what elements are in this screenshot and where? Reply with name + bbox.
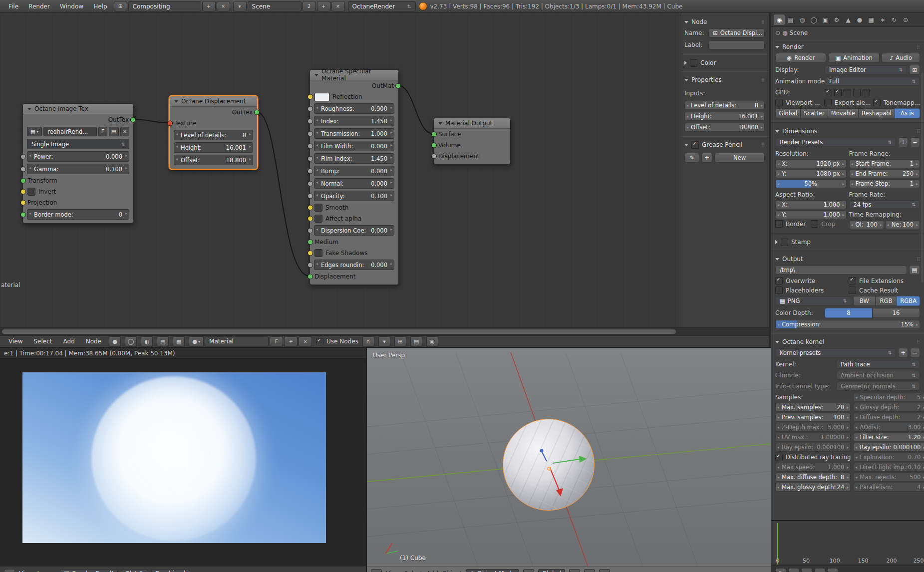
height-slider[interactable]: Height:16.001: [174, 142, 253, 153]
outtex-socket[interactable]: [130, 117, 136, 123]
screen-layout-browse-icon[interactable]: ⊞: [114, 1, 127, 11]
time-remap-new-slider[interactable]: Ne:100: [885, 220, 920, 229]
gpu-2-checkbox[interactable]: [834, 89, 842, 96]
node-header[interactable]: Octane Image Tex: [23, 104, 133, 114]
reflection-color-swatch[interactable]: [314, 93, 329, 101]
material-browse-icon[interactable]: ●▾: [189, 336, 204, 347]
reflection-socket[interactable]: [308, 94, 313, 100]
properties-scrollbar[interactable]: [921, 73, 924, 283]
scrollbar-thumb[interactable]: [2, 329, 676, 334]
collapse-triangle-icon[interactable]: [438, 122, 442, 125]
menu-view[interactable]: View: [5, 338, 26, 345]
mode-scatter-button[interactable]: Scatter: [800, 108, 828, 118]
surface-socket[interactable]: [431, 132, 437, 137]
medium-socket[interactable]: [308, 240, 313, 245]
backdrop-icon[interactable]: ◉: [426, 336, 438, 347]
node-octane-image-tex[interactable]: Octane Image Tex OutTex ▦▾ redhairRend..…: [22, 103, 134, 224]
fake-shadows-checkbox[interactable]: [314, 249, 322, 257]
render-panel-header[interactable]: Render ⠿: [771, 42, 924, 52]
film-width-socket[interactable]: [308, 143, 313, 149]
resolution-y-slider[interactable]: Y:1080 px: [775, 169, 847, 178]
node-name-field[interactable]: ⊞ Octane Displ...: [708, 28, 765, 37]
node-panel-header[interactable]: Node ⠿: [684, 17, 765, 27]
shader-type-world-icon[interactable]: ◯: [125, 336, 137, 347]
menu-help[interactable]: Help: [90, 3, 110, 10]
output-panel-header[interactable]: Output ⠿: [771, 254, 924, 264]
tab-texture-icon[interactable]: ▦: [866, 14, 877, 25]
offset-slider[interactable]: Offset:18.800: [174, 155, 253, 165]
start-frame-slider[interactable]: Start Frame:1: [849, 159, 921, 168]
stamp-panel-header[interactable]: Stamp: [771, 237, 924, 247]
tab-constraints-icon[interactable]: ⚙: [831, 14, 842, 25]
panel-drag-dots-icon[interactable]: ⠿: [761, 142, 765, 148]
kernel-menu[interactable]: Path trace⇅: [836, 360, 920, 369]
tab-render-layers-icon[interactable]: ▤: [785, 14, 796, 25]
fake-user-button[interactable]: F: [98, 127, 107, 136]
unlink-image-icon[interactable]: ×: [120, 127, 129, 136]
dispersion-slider[interactable]: Dispersion Coe:0.000: [314, 225, 394, 236]
jump-end-icon[interactable]: •: [827, 568, 838, 572]
viewport-3d[interactable]: User Persp (1) Cube ⊞ View Select Add Ob…: [366, 347, 771, 572]
file-extensions-checkbox-row[interactable]: File Extensions: [849, 277, 920, 285]
frame-step-slider[interactable]: Frame Step:1: [849, 179, 921, 188]
texture-type-icon[interactable]: ▦: [173, 336, 185, 347]
file-format-menu[interactable]: ▦PNG⇅: [775, 296, 851, 305]
scene-close-icon[interactable]: ×: [331, 1, 345, 11]
jump-start-icon[interactable]: •: [801, 568, 812, 572]
border-mode-socket[interactable]: [20, 212, 26, 217]
editor-type-icon[interactable]: ↻: [775, 568, 786, 572]
viewport-checkbox-row[interactable]: Viewport ...: [775, 99, 822, 106]
panel-drag-dots-icon[interactable]: ⠿: [917, 129, 920, 134]
pin-icon[interactable]: ⊙: [775, 29, 780, 36]
gamma-slider[interactable]: Gamma:0.100: [27, 164, 129, 174]
dispersion-socket[interactable]: [308, 228, 313, 233]
glossy-depth-slider[interactable]: Glossy depth:2: [853, 403, 924, 412]
outtex-socket[interactable]: [254, 110, 260, 115]
max-speed-slider[interactable]: Max speed:1.000: [775, 463, 851, 472]
menu-object[interactable]: Object: [442, 570, 462, 572]
menu-file[interactable]: File: [5, 3, 22, 10]
cache-result-checkbox-row[interactable]: Cache Result: [849, 286, 920, 294]
render-layers-icon[interactable]: ▤: [410, 336, 422, 347]
image-source-menu[interactable]: Single Image: [27, 139, 129, 149]
panel-drag-dots-icon[interactable]: ⠿: [761, 19, 765, 25]
volume-socket[interactable]: [431, 143, 437, 148]
tab-object-icon[interactable]: ▣: [820, 14, 831, 25]
frame-rate-menu[interactable]: 24 fps⇅: [849, 200, 921, 209]
node-editor[interactable]: Octane Image Tex OutTex ▦▾ redhairRend..…: [0, 13, 769, 327]
mode-as-is-button[interactable]: As is: [895, 108, 920, 118]
screen-layout-add-icon[interactable]: +: [202, 1, 216, 11]
glmode-menu[interactable]: Ambient occlusion⇅: [836, 371, 920, 380]
crop-checkbox-row[interactable]: Crop: [811, 220, 835, 228]
placeholders-checkbox-row[interactable]: Placeholders: [775, 286, 847, 294]
film-width-slider[interactable]: Film Width:0.000: [314, 141, 394, 151]
audio-button[interactable]: ♪Audio: [882, 53, 920, 63]
kernel-preset-add-icon[interactable]: +: [898, 348, 908, 358]
editor-type-icon[interactable]: ⊞: [371, 569, 382, 572]
panel-drag-dots-icon[interactable]: ⠿: [917, 339, 920, 345]
tab-material-icon[interactable]: ●: [854, 14, 865, 25]
channels-rgb-button[interactable]: RGB: [875, 296, 898, 306]
stamp-checkbox[interactable]: [781, 239, 788, 246]
properties-panel-header[interactable]: Properties ⠿: [684, 75, 765, 85]
menu-select[interactable]: Select: [30, 338, 55, 345]
fake-shadows-socket[interactable]: [308, 251, 313, 256]
screen-layout-close-icon[interactable]: ×: [217, 1, 230, 11]
kernel-presets-menu[interactable]: Kernel presets⇅: [775, 348, 896, 357]
menu-view[interactable]: View: [386, 570, 400, 572]
invert-socket[interactable]: [20, 189, 26, 195]
projection-socket[interactable]: [20, 200, 26, 206]
output-path-browse-icon[interactable]: ▤: [909, 265, 920, 275]
mode-menu[interactable]: ●Object Mode: [466, 569, 519, 572]
parallelism-slider[interactable]: Parallelism:4: [853, 483, 924, 492]
node-material-output[interactable]: Material Output Surface Volume Displacem…: [433, 118, 511, 165]
transmission-socket[interactable]: [308, 131, 313, 136]
snap-icon[interactable]: ∩: [362, 336, 374, 347]
film-index-socket[interactable]: [308, 156, 313, 161]
scene-browse-icon[interactable]: ▾: [233, 1, 247, 11]
image-browse-button[interactable]: ▦▾: [27, 127, 42, 136]
film-index-slider[interactable]: Film Index:1.450: [314, 153, 394, 164]
animation-mode-menu[interactable]: Full⇅: [825, 77, 920, 86]
shader-type-object-icon[interactable]: ●: [109, 336, 121, 347]
material-fake-user-button[interactable]: F: [270, 336, 283, 347]
